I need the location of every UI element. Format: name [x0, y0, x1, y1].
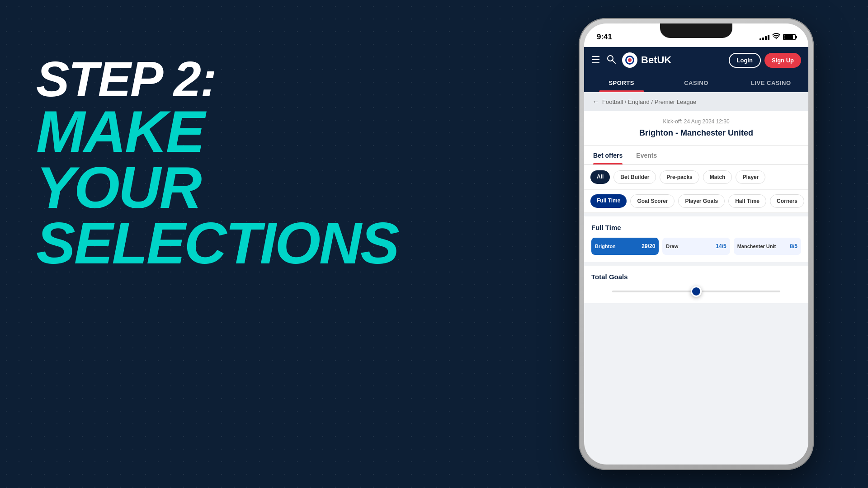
odds-man-utd-value: 8/5 [790, 243, 797, 249]
odds-draw-value: 14/5 [716, 243, 726, 249]
left-panel: STEP 2: MAKE YOUR SELECTIONS [36, 54, 362, 272]
total-goals-market: Total Goals [584, 266, 808, 303]
step-label: STEP 2: [36, 54, 362, 104]
pill-all[interactable]: All [590, 170, 610, 184]
odds-brighton[interactable]: Brighton 29/20 [591, 238, 659, 255]
breadcrumb-path: Football / England / Premier League [602, 99, 696, 105]
subpill-goal-scorer[interactable]: Goal Scorer [630, 194, 675, 208]
svg-line-1 [613, 61, 615, 63]
odds-row: Brighton 29/20 Draw 14/5 Manchester Unit… [591, 238, 801, 255]
odds-brighton-value: 29/20 [642, 243, 655, 249]
header-left: ☰ [591, 52, 671, 68]
signup-button[interactable]: Sign Up [764, 53, 801, 68]
wifi-icon [772, 33, 780, 41]
nav-tabs: SPORTS CASINO LIVE CASINO [584, 73, 808, 92]
svg-point-0 [608, 56, 613, 61]
breadcrumb: ← Football / England / Premier League [584, 92, 808, 111]
team-man-utd: Manchester Unit [737, 244, 776, 249]
status-icons [760, 33, 796, 41]
betuk-logo-circle [622, 52, 637, 68]
kickoff-time: Kick-off: 24 Aug 2024 12:30 [591, 118, 801, 125]
battery-icon [783, 34, 796, 40]
logo-area: BetUK [622, 52, 671, 68]
pill-pre-packs[interactable]: Pre-packs [660, 170, 699, 184]
sub-filter-pills: Full Time Goal Scorer Player Goals Half … [584, 190, 808, 213]
subpill-player-goals[interactable]: Player Goals [678, 194, 725, 208]
full-time-market: Full Time Brighton 29/20 Draw 14/5 Manch… [584, 216, 808, 262]
login-button[interactable]: Login [729, 53, 761, 68]
bet-offer-tabs: Bet offers Events [584, 145, 808, 165]
phone-mockup: 9:41 [579, 18, 814, 470]
tab-casino[interactable]: CASINO [659, 73, 733, 92]
team-draw: Draw [666, 244, 678, 249]
signal-icon [760, 34, 769, 40]
total-goals-title: Total Goals [591, 273, 801, 281]
tab-live-casino[interactable]: LIVE CASINO [734, 73, 808, 92]
odds-draw[interactable]: Draw 14/5 [662, 238, 730, 255]
subpill-full-time[interactable]: Full Time [590, 194, 627, 208]
total-goals-slider[interactable] [591, 287, 801, 296]
subpill-corners[interactable]: Corners [770, 194, 804, 208]
match-info: Kick-off: 24 Aug 2024 12:30 Brighton - M… [584, 111, 808, 145]
market-title: Full Time [591, 224, 801, 231]
team-brighton: Brighton [595, 244, 616, 249]
tab-sports[interactable]: SPORTS [584, 73, 659, 92]
subpill-half-time[interactable]: Half Time [728, 194, 766, 208]
make-your-text: MAKE YOUR SELECTIONS [36, 104, 362, 272]
subpill-3way[interactable]: 3-Way Hand [808, 194, 808, 208]
betuk-logo-text: BetUK [641, 54, 671, 66]
back-arrow-icon[interactable]: ← [592, 98, 599, 106]
tab-bet-offers[interactable]: Bet offers [593, 145, 623, 164]
match-title: Brighton - Manchester United [591, 128, 801, 138]
phone-notch [660, 23, 732, 38]
odds-man-utd[interactable]: Manchester Unit 8/5 [734, 238, 801, 255]
hamburger-icon[interactable]: ☰ [591, 54, 600, 66]
tab-events[interactable]: Events [636, 145, 657, 164]
pill-match[interactable]: Match [703, 170, 732, 184]
phone-screen: 9:41 [584, 23, 808, 465]
pill-bet-builder[interactable]: Bet Builder [613, 170, 656, 184]
search-icon[interactable] [607, 55, 616, 66]
slider-track [612, 291, 780, 292]
filter-pills: All Bet Builder Pre-packs Match Player [584, 165, 808, 190]
app-header: ☰ [584, 47, 808, 73]
header-buttons: Login Sign Up [729, 53, 802, 68]
phone-outer-shell: 9:41 [579, 18, 814, 470]
pill-player[interactable]: Player [736, 170, 765, 184]
status-time: 9:41 [597, 33, 612, 42]
slider-thumb [691, 286, 702, 297]
